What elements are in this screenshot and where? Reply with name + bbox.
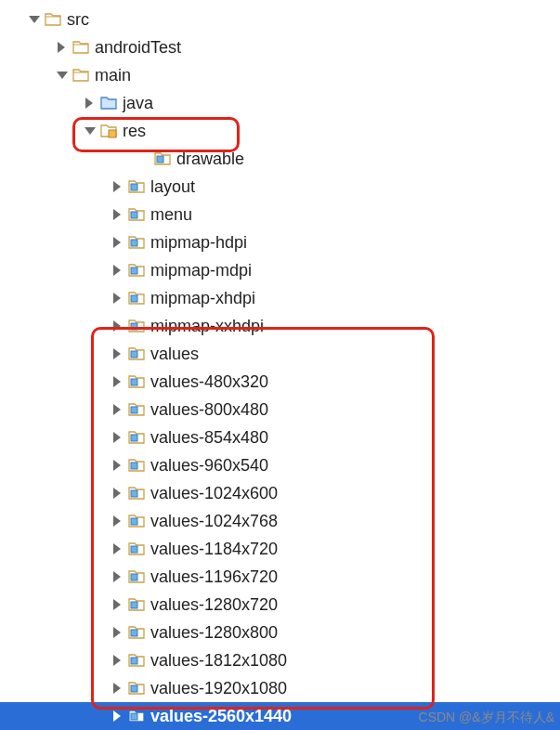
folder-icon [128, 485, 145, 502]
tree-item-values800[interactable]: values-800x480 [0, 396, 560, 424]
chevron-right-icon[interactable] [111, 431, 124, 444]
tree-item-drawable[interactable]: drawable [0, 145, 560, 173]
tree-item-values1812[interactable]: values-1812x1080 [0, 646, 560, 674]
chevron-right-icon[interactable] [111, 459, 124, 472]
chevron-right-icon[interactable] [111, 208, 124, 221]
folder-icon [154, 150, 171, 167]
folder-icon [128, 401, 145, 418]
tree-item-label: drawable [176, 145, 244, 173]
folder-icon [72, 67, 89, 84]
folder-icon [128, 318, 145, 334]
folder-icon [128, 457, 145, 474]
chevron-right-icon[interactable] [111, 347, 124, 360]
folder-icon [72, 39, 89, 56]
chevron-right-icon[interactable] [111, 570, 124, 583]
folder-icon [128, 290, 145, 306]
chevron-right-icon[interactable] [111, 515, 124, 528]
tree-item-values[interactable]: values [0, 340, 560, 368]
folder-icon [128, 178, 145, 195]
folder-icon [128, 206, 145, 223]
tree-item-label: values-854x480 [150, 424, 268, 451]
tree-item-java[interactable]: java [0, 89, 560, 117]
folder-icon [45, 11, 61, 28]
tree-item-label: main [95, 61, 131, 89]
tree-item-label: values-1920x1080 [150, 674, 287, 702]
tree-item-menu[interactable]: menu [0, 201, 560, 228]
tree-item-values1024a[interactable]: values-1024x600 [0, 479, 560, 507]
tree-item-label: menu [150, 201, 192, 228]
chevron-right-icon[interactable] [84, 97, 97, 110]
tree-item-mipmapH[interactable]: mipmap-hdpi [0, 228, 560, 256]
folder-icon [100, 95, 117, 111]
tree-item-label: mipmap-xxhdpi [150, 312, 264, 340]
chevron-right-icon[interactable] [111, 292, 124, 305]
folder-icon [128, 541, 145, 557]
tree-item-mipmapXX[interactable]: mipmap-xxhdpi [0, 312, 560, 340]
tree-item-label: values-2560x1440 [150, 702, 292, 730]
folder-icon [128, 234, 145, 251]
tree-item-androidTest[interactable]: androidTest [0, 33, 560, 61]
chevron-right-icon[interactable] [111, 654, 124, 667]
watermark: CSDN @&岁月不待人& [419, 710, 554, 726]
folder-icon [100, 123, 117, 139]
tree-item-values480[interactable]: values-480x320 [0, 368, 560, 396]
folder-icon [128, 345, 145, 362]
chevron-right-icon[interactable] [111, 598, 124, 611]
tree-item-label: values-480x320 [150, 368, 268, 396]
folder-icon [128, 429, 145, 446]
tree-item-label: src [67, 6, 89, 33]
tree-item-label: values-1280x720 [150, 591, 278, 619]
tree-item-label: values-1812x1080 [150, 646, 287, 674]
project-tree: srcandroidTestmainjavaresdrawablelayoutm… [0, 0, 560, 730]
tree-item-label: res [123, 117, 146, 145]
chevron-right-icon[interactable] [111, 710, 124, 723]
chevron-right-icon[interactable] [111, 542, 124, 555]
chevron-down-icon[interactable] [28, 13, 41, 26]
tree-item-label: mipmap-mdpi [150, 256, 252, 284]
tree-item-label: values-1024x768 [150, 507, 278, 535]
tree-item-label: values-800x480 [150, 396, 268, 424]
tree-item-label: values-1024x600 [150, 479, 278, 507]
tree-item-label: androidTest [95, 33, 181, 61]
tree-item-label: mipmap-hdpi [150, 228, 247, 256]
folder-icon [128, 568, 145, 585]
tree-item-res[interactable]: res [0, 117, 560, 145]
folder-icon [128, 708, 145, 724]
tree-item-values1184[interactable]: values-1184x720 [0, 535, 560, 563]
tree-item-mipmapX[interactable]: mipmap-xhdpi [0, 284, 560, 312]
chevron-down-icon[interactable] [84, 124, 97, 137]
tree-item-label: values [150, 340, 199, 368]
no-arrow [137, 152, 150, 165]
chevron-right-icon[interactable] [111, 375, 124, 388]
folder-icon [128, 624, 145, 641]
tree-item-values1920[interactable]: values-1920x1080 [0, 674, 560, 702]
chevron-down-icon[interactable] [56, 69, 69, 82]
chevron-right-icon[interactable] [111, 403, 124, 416]
tree-item-layout[interactable]: layout [0, 173, 560, 201]
folder-icon [128, 513, 145, 529]
chevron-right-icon[interactable] [111, 626, 124, 639]
tree-item-label: layout [150, 173, 195, 201]
tree-item-values1280b[interactable]: values-1280x800 [0, 619, 560, 646]
tree-item-values1024b[interactable]: values-1024x768 [0, 507, 560, 535]
folder-icon [128, 652, 145, 669]
tree-item-label: mipmap-xhdpi [150, 284, 255, 312]
tree-item-label: values-1184x720 [150, 535, 278, 563]
chevron-right-icon[interactable] [111, 487, 124, 500]
tree-item-values1280a[interactable]: values-1280x720 [0, 591, 560, 619]
chevron-right-icon[interactable] [111, 236, 124, 249]
tree-item-values854[interactable]: values-854x480 [0, 424, 560, 451]
tree-item-values960[interactable]: values-960x540 [0, 451, 560, 479]
tree-item-mipmapM[interactable]: mipmap-mdpi [0, 256, 560, 284]
chevron-right-icon[interactable] [111, 319, 124, 332]
chevron-right-icon[interactable] [56, 41, 69, 54]
chevron-right-icon[interactable] [111, 180, 124, 193]
folder-icon [128, 596, 145, 613]
chevron-right-icon[interactable] [111, 682, 124, 695]
tree-item-label: values-1280x800 [150, 619, 278, 646]
chevron-right-icon[interactable] [111, 264, 124, 277]
tree-item-src[interactable]: src [0, 6, 560, 33]
tree-item-label: java [123, 89, 153, 117]
tree-item-values1196[interactable]: values-1196x720 [0, 563, 560, 591]
tree-item-main[interactable]: main [0, 61, 560, 89]
